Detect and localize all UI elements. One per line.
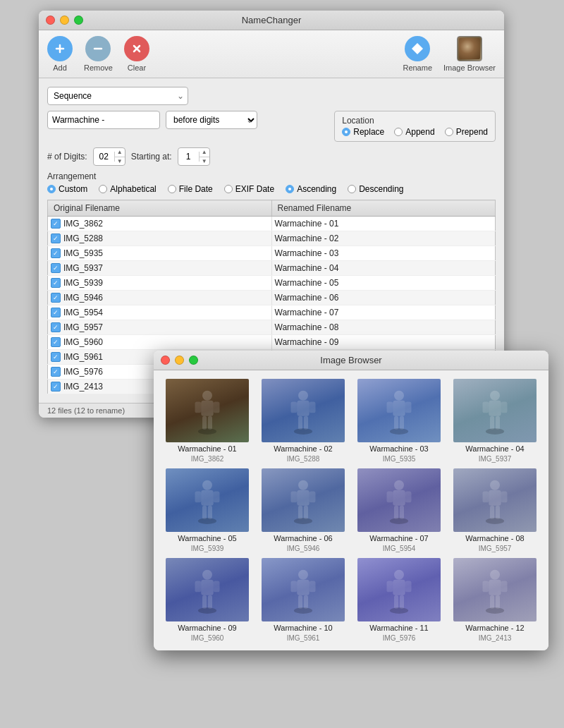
image-browser-button[interactable]: Image Browser <box>443 36 496 72</box>
figure-silhouette <box>282 389 324 439</box>
toolbar-left: Add Remove Clear <box>47 36 149 72</box>
svg-rect-85 <box>483 581 489 593</box>
image-browser-item[interactable]: Warmachine - 10 IMG_5961 <box>258 558 348 642</box>
clear-button[interactable]: Clear <box>124 36 149 72</box>
renamed-filename: Warmachine - 04 <box>271 261 496 276</box>
arrangement-exifdate[interactable]: EXIF Date <box>224 184 274 194</box>
add-icon <box>47 36 73 61</box>
image-browser-item[interactable]: Warmachine - 11 IMG_5976 <box>354 558 444 642</box>
svg-rect-51 <box>405 492 412 503</box>
image-thumbnail <box>357 379 441 442</box>
replace-label: Replace <box>353 127 384 137</box>
image-browser-item[interactable]: Warmachine - 12 IMG_2413 <box>450 558 540 642</box>
svg-point-89 <box>486 607 504 614</box>
row-checkbox[interactable]: ✓ <box>51 322 61 332</box>
order-ascending[interactable]: Ascending <box>286 184 336 194</box>
svg-rect-64 <box>195 581 202 593</box>
row-checkbox[interactable]: ✓ <box>51 367 61 377</box>
image-thumbnail <box>453 379 537 442</box>
starting-down[interactable]: ▼ <box>200 157 209 166</box>
rename-button[interactable]: Rename <box>403 36 432 72</box>
ib-minimize-button[interactable] <box>175 356 184 365</box>
custom-label: Custom <box>59 184 87 194</box>
row-checkbox[interactable]: ✓ <box>51 219 61 229</box>
image-browser-item[interactable]: Warmachine - 04 IMG_5937 <box>450 379 540 463</box>
row-checkbox[interactable]: ✓ <box>51 278 61 288</box>
replace-radio[interactable] <box>342 128 350 136</box>
digits-down[interactable]: ▼ <box>115 157 125 166</box>
svg-point-6 <box>202 391 212 401</box>
original-name: IMG_5957 <box>63 322 103 332</box>
image-browser-item[interactable]: Warmachine - 08 IMG_5957 <box>450 468 540 552</box>
starting-stepper[interactable]: 1 ▲ ▼ <box>178 147 210 166</box>
item-name: Warmachine - 07 <box>369 534 428 542</box>
append-radio[interactable] <box>394 128 403 136</box>
image-browser-item[interactable]: Warmachine - 02 IMG_5288 <box>258 379 348 463</box>
close-button[interactable] <box>46 16 55 25</box>
arrangement-filedate[interactable]: File Date <box>168 184 213 194</box>
row-checkbox[interactable]: ✓ <box>51 308 61 317</box>
location-prepend[interactable]: Prepend <box>445 127 488 137</box>
original-name: IMG_5960 <box>63 337 103 347</box>
table-row: ✓ IMG_5957 Warmachine - 08 <box>48 320 496 335</box>
ib-titlebar: Image Browser <box>154 351 548 370</box>
order-descending[interactable]: Descending <box>348 184 403 194</box>
svg-rect-81 <box>400 595 404 609</box>
row-checkbox[interactable]: ✓ <box>51 263 61 273</box>
image-browser-item[interactable]: Warmachine - 07 IMG_5954 <box>354 468 444 552</box>
svg-rect-86 <box>501 581 508 593</box>
rename-icon <box>405 36 430 61</box>
remove-button[interactable]: Remove <box>84 36 113 72</box>
renamed-filename: Warmachine - 05 <box>271 276 496 291</box>
item-original: IMG_5954 <box>383 545 416 552</box>
ib-maximize-button[interactable] <box>189 356 198 365</box>
image-browser-label: Image Browser <box>443 63 496 72</box>
svg-point-55 <box>490 480 500 490</box>
image-browser-item[interactable]: Warmachine - 01 IMG_3862 <box>162 379 252 463</box>
add-button[interactable]: Add <box>47 36 73 72</box>
maximize-button[interactable] <box>74 16 83 25</box>
row-checkbox[interactable]: ✓ <box>51 337 61 347</box>
original-name: IMG_5937 <box>63 263 103 273</box>
status-text: 12 files (12 to rename) <box>47 406 125 415</box>
svg-rect-45 <box>298 506 302 519</box>
svg-rect-16 <box>309 402 316 413</box>
minimize-button[interactable] <box>60 16 69 25</box>
location-label: Location <box>342 116 488 126</box>
position-select[interactable]: before digits after digits <box>166 111 257 129</box>
image-browser-item[interactable]: Warmachine - 06 IMG_5946 <box>258 468 348 552</box>
custom-radio[interactable] <box>47 185 56 193</box>
row-checkbox[interactable]: ✓ <box>51 352 61 362</box>
ascending-radio[interactable] <box>286 185 294 193</box>
digits-up[interactable]: ▲ <box>115 148 125 157</box>
alphabetical-radio[interactable] <box>99 185 107 193</box>
figure-silhouette <box>378 569 420 618</box>
image-browser-item[interactable]: Warmachine - 05 IMG_5939 <box>162 468 252 552</box>
svg-rect-80 <box>394 595 398 609</box>
filedate-radio[interactable] <box>168 185 176 193</box>
prepend-radio[interactable] <box>445 128 453 136</box>
sequence-select[interactable]: Sequence <box>47 87 188 105</box>
starting-up[interactable]: ▲ <box>200 148 209 157</box>
location-replace[interactable]: Replace <box>342 127 384 137</box>
col-original: Original Filename <box>48 200 272 217</box>
row-checkbox[interactable]: ✓ <box>51 233 61 243</box>
item-name: Warmachine - 08 <box>465 534 524 542</box>
ib-close-button[interactable] <box>161 356 170 365</box>
svg-rect-25 <box>400 416 404 430</box>
location-append[interactable]: Append <box>394 127 434 137</box>
row-checkbox[interactable]: ✓ <box>51 248 61 258</box>
arrangement-alphabetical[interactable]: Alphabetical <box>99 184 156 194</box>
image-browser-item[interactable]: Warmachine - 09 IMG_5960 <box>162 558 252 642</box>
svg-rect-24 <box>394 416 398 430</box>
row-checkbox[interactable]: ✓ <box>51 382 61 392</box>
exifdate-radio[interactable] <box>224 185 233 193</box>
arrangement-custom[interactable]: Custom <box>47 184 87 194</box>
digits-stepper[interactable]: 02 ▲ ▼ <box>93 147 125 166</box>
name-input[interactable] <box>47 111 160 129</box>
svg-rect-70 <box>297 580 309 595</box>
svg-rect-72 <box>309 581 316 593</box>
row-checkbox[interactable]: ✓ <box>51 293 61 303</box>
descending-radio[interactable] <box>348 185 356 193</box>
image-browser-item[interactable]: Warmachine - 03 IMG_5935 <box>354 379 444 463</box>
